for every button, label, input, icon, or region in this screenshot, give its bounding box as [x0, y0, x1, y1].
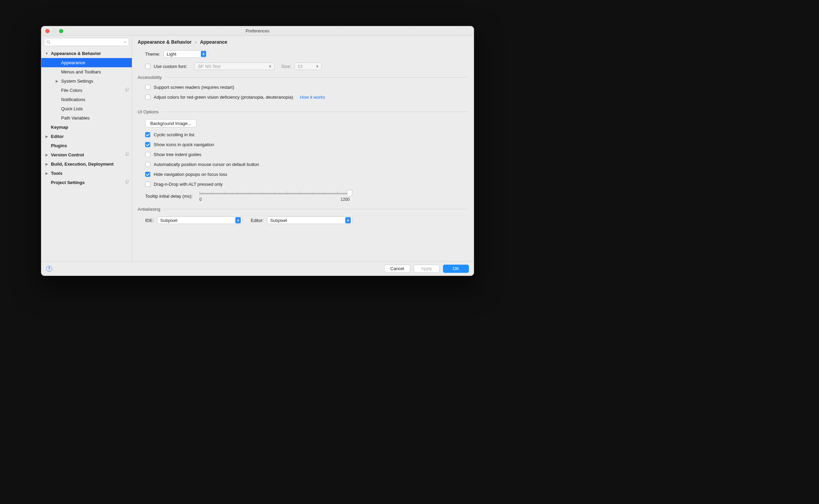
tree-item-label: Build, Execution, Deployment	[51, 162, 129, 167]
cancel-button[interactable]: Cancel	[384, 265, 410, 273]
search-icon	[46, 40, 51, 44]
auto-cursor-checkbox[interactable]	[145, 162, 150, 167]
use-custom-font-label: Use custom font:	[154, 64, 187, 69]
drag-alt-checkbox[interactable]	[145, 182, 150, 187]
accessibility-legend: Accessibility	[138, 75, 165, 80]
tree-item-label: Appearance	[61, 60, 129, 65]
slider-min-label: 0	[199, 197, 202, 202]
aa-ide-label: IDE:	[145, 218, 154, 223]
tree-item-label: Version Control	[51, 152, 125, 157]
font-size-label: Size:	[281, 64, 291, 69]
main-panel: Appearance & Behavior › Appearance Theme…	[132, 36, 474, 261]
color-deficiency-checkbox[interactable]	[145, 95, 150, 100]
tooltip-delay-slider[interactable]	[199, 193, 350, 194]
color-deficiency-label: Adjust colors for red-green vision defic…	[154, 95, 293, 100]
tree-item[interactable]: Quick Lists	[41, 104, 132, 113]
how-it-works-link[interactable]: How it works	[300, 95, 325, 100]
screen-readers-label: Support screen readers (requires restart…	[154, 85, 234, 90]
breadcrumb-current: Appearance	[200, 39, 227, 45]
svg-rect-5	[127, 153, 129, 155]
font-size-select[interactable]: 13	[294, 62, 322, 70]
disclosure-arrow-icon: ▶	[45, 162, 49, 166]
disclosure-arrow-icon: ▶	[45, 153, 49, 157]
use-custom-font-checkbox[interactable]	[145, 64, 150, 69]
project-scope-icon	[125, 180, 129, 185]
stepper-icon	[345, 217, 351, 223]
help-button[interactable]: ?	[46, 266, 52, 272]
stepper-icon	[235, 217, 241, 223]
ok-button[interactable]: OK	[443, 265, 469, 273]
tree-item[interactable]: Path Variables	[41, 113, 132, 123]
window-title: Preferences	[41, 28, 474, 33]
aa-editor-label: Editor:	[251, 218, 264, 223]
tree-indent-checkbox[interactable]	[145, 152, 150, 157]
tree-item[interactable]: ▶System Settings	[41, 76, 132, 86]
accessibility-group: Accessibility Support screen readers (re…	[138, 75, 468, 104]
disclosure-arrow-icon: ▶	[45, 135, 49, 138]
disclosure-arrow-icon: ▼	[45, 52, 49, 55]
drag-alt-label: Drag-n-Drop with ALT pressed only	[154, 182, 223, 187]
project-scope-icon	[125, 152, 129, 157]
font-family-select[interactable]: .SF NS Text	[194, 62, 275, 70]
tree-item-label: System Settings	[61, 79, 129, 84]
tree-item-label: Editor	[51, 134, 129, 139]
tree-item[interactable]: ▶Editor	[41, 132, 132, 141]
tree-item[interactable]: Keymap	[41, 123, 132, 132]
tree-item-label: Quick Lists	[61, 106, 129, 111]
tree-item[interactable]: ▼Appearance & Behavior	[41, 49, 132, 58]
show-icons-label: Show icons in quick navigation	[154, 142, 214, 147]
ui-options-group: UI Options Background Image... Cyclic sc…	[138, 109, 468, 202]
tree-item-label: Notifications	[61, 97, 129, 102]
cyclic-scrolling-checkbox[interactable]	[145, 132, 150, 137]
tree-item[interactable]: Notifications	[41, 95, 132, 104]
breadcrumb-separator: ›	[195, 39, 197, 45]
breadcrumb-parent: Appearance & Behavior	[138, 39, 192, 45]
svg-point-0	[47, 41, 50, 43]
antialiasing-group: Antialiasing IDE: Subpixel Editor: Subpi…	[138, 207, 468, 224]
tree-item-label: Plugins	[51, 143, 129, 148]
dialog-footer: ? Cancel Apply OK	[41, 261, 474, 276]
disclosure-arrow-icon: ▶	[55, 79, 59, 83]
slider-thumb[interactable]	[347, 190, 352, 197]
aa-ide-select[interactable]: Subpixel	[157, 216, 242, 224]
tree-item-label: Menus and Toolbars	[61, 69, 129, 74]
screen-readers-checkbox[interactable]	[145, 85, 150, 90]
tree-item-label: Keymap	[51, 125, 129, 130]
svg-line-1	[49, 43, 50, 44]
project-scope-icon	[125, 88, 129, 93]
auto-cursor-label: Automatically position mouse cursor on d…	[154, 162, 259, 167]
titlebar: Preferences	[41, 26, 474, 36]
stepper-icon	[201, 51, 206, 57]
theme-select[interactable]: Light	[164, 50, 208, 58]
show-icons-checkbox[interactable]	[145, 142, 150, 147]
tree-item[interactable]: File Colors	[41, 86, 132, 95]
tree-item[interactable]: Menus and Toolbars	[41, 67, 132, 76]
hide-popups-label: Hide navigation popups on focus loss	[154, 172, 227, 177]
tree-indent-label: Show tree indent guides	[154, 152, 201, 157]
antialiasing-legend: Antialiasing	[138, 207, 163, 212]
slider-max-label: 1200	[341, 197, 350, 202]
tree-item[interactable]: Project Settings	[41, 178, 132, 187]
preferences-window: Preferences ▼Appearance & BehaviorAppear…	[41, 26, 474, 276]
tree-item[interactable]: ▶Version Control	[41, 150, 132, 159]
chevron-down-icon	[124, 41, 127, 43]
theme-label: Theme:	[145, 52, 160, 57]
stepper-icon	[315, 63, 320, 69]
sidebar: ▼Appearance & BehaviorAppearanceMenus an…	[41, 36, 132, 261]
tree-item-label: Project Settings	[51, 180, 125, 185]
search-input[interactable]	[44, 38, 129, 46]
disclosure-arrow-icon: ▶	[45, 171, 49, 175]
apply-button[interactable]: Apply	[414, 265, 440, 273]
aa-editor-select[interactable]: Subpixel	[267, 216, 352, 224]
tree-item-label: Appearance & Behavior	[51, 51, 129, 56]
cyclic-scrolling-label: Cyclic scrolling in list	[154, 132, 194, 137]
tree-item[interactable]: ▶Tools	[41, 169, 132, 178]
stepper-icon	[267, 63, 273, 69]
background-image-button[interactable]: Background Image...	[145, 119, 196, 127]
tree-item-label: Path Variables	[61, 115, 129, 121]
tree-item[interactable]: Appearance	[41, 58, 132, 67]
tree-item[interactable]: Plugins	[41, 141, 132, 150]
hide-popups-checkbox[interactable]	[145, 172, 150, 177]
settings-tree: ▼Appearance & BehaviorAppearanceMenus an…	[41, 48, 132, 261]
tree-item[interactable]: ▶Build, Execution, Deployment	[41, 159, 132, 169]
